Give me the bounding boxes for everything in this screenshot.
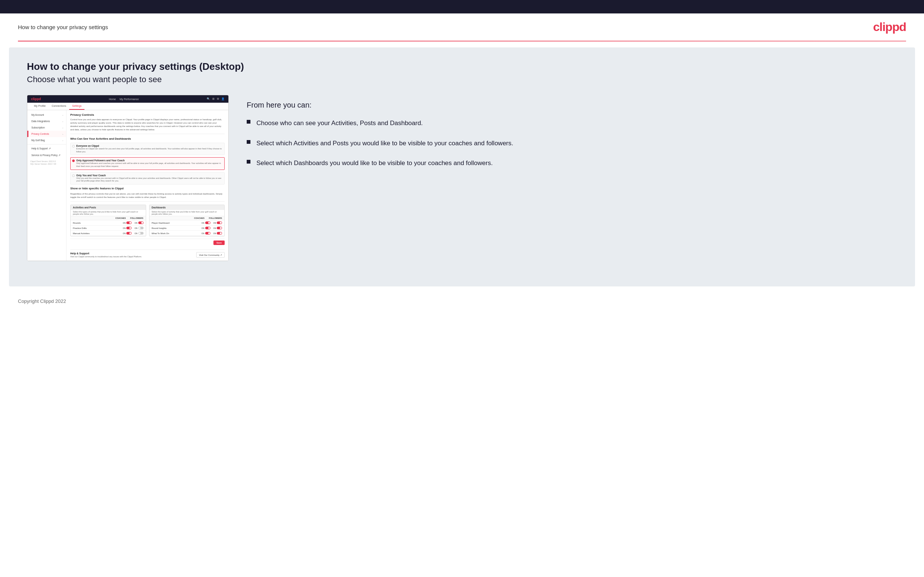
playerdash-coach-pill[interactable] [205, 221, 210, 224]
sidebar-item-subscription[interactable]: Subscription › [27, 124, 66, 131]
sidebar-item-label: My Golf Bag [31, 139, 45, 142]
radio-group: Everyone on Clippd Everyone on Clippd ca… [70, 143, 225, 184]
rounds-coach-toggle[interactable]: ON [123, 221, 132, 224]
manual-coach-toggle[interactable]: ON [123, 232, 132, 235]
user-icon: 👤 [221, 97, 225, 100]
practice-label: Practice Drills [73, 227, 87, 229]
sidebar-item-privacycontrols[interactable]: Privacy Controls › [27, 131, 66, 137]
playerdash-controls: ON ON [202, 221, 222, 224]
playerdash-coach-toggle[interactable]: ON [202, 221, 210, 224]
activities-panel: Activities and Posts Select the types of… [70, 205, 146, 236]
practice-follower-toggle[interactable]: ON [134, 227, 144, 229]
on-label: ON [213, 222, 216, 224]
on-label: ON [202, 232, 204, 235]
whattoworkon-follower-toggle[interactable]: ON [213, 232, 222, 235]
bullet-text-3: Select which Dashboards you would like t… [257, 158, 493, 168]
playerdash-follower-toggle[interactable]: ON [213, 221, 222, 224]
on-label: ON [123, 232, 126, 235]
whattoworkon-follower-pill[interactable] [217, 232, 222, 235]
mock-body: My Account › Data Integrations › Subscri… [27, 110, 228, 261]
grid-icon: ⊞ [212, 97, 215, 100]
bullet-text-1: Choose who can see your Activities, Post… [257, 118, 423, 128]
bullet-square-2 [247, 140, 250, 144]
visit-community-button[interactable]: Visit Our Community ↗ [196, 252, 225, 258]
bullet-square-1 [247, 120, 250, 124]
coaches-col-label: COACHES [115, 217, 126, 219]
dashboards-cols: COACHES FOLLOWERS [150, 216, 225, 220]
radio-coachonly[interactable]: Only You and Your Coach Only you and the… [70, 172, 225, 184]
roundinsights-follower-pill[interactable] [217, 227, 222, 229]
sidebar-item-label: Help & Support ↗ [31, 147, 51, 150]
coaches-col-label: COACHES [194, 217, 204, 219]
activities-header: Activities and Posts [71, 205, 146, 210]
tab-connections[interactable]: Connections [48, 103, 69, 110]
chevron-icon: › [62, 139, 63, 142]
rounds-follower-toggle[interactable]: ON [134, 221, 144, 224]
sidebar-item-dataintegrations[interactable]: Data Integrations › [27, 118, 66, 124]
rounds-label: Rounds [73, 222, 81, 224]
whattoworkon-coach-pill[interactable] [205, 232, 210, 235]
manual-follower-toggle[interactable]: ON [134, 232, 144, 235]
mock-nav-home: Home [109, 98, 116, 100]
manual-coach-pill[interactable] [126, 232, 132, 235]
radio-followers[interactable]: Only Approved Followers and Your Coach O… [70, 157, 225, 169]
roundinsights-coach-pill[interactable] [205, 227, 210, 229]
search-icon: 🔍 [207, 97, 210, 100]
on-label: ON [123, 227, 126, 229]
on-label: ON [202, 227, 204, 229]
tab-settings[interactable]: Settings [69, 103, 84, 110]
bullet-square-3 [247, 160, 250, 164]
chevron-icon: › [62, 120, 63, 122]
bullet-text-2: Select which Activities and Posts you wo… [257, 139, 513, 148]
rounds-follower-pill[interactable] [138, 221, 144, 224]
manual-label: Manual Activities [73, 232, 90, 235]
practice-coach-toggle[interactable]: ON [123, 227, 132, 229]
rounds-coach-pill[interactable] [126, 221, 132, 224]
practice-follower-pill[interactable] [138, 227, 144, 229]
radio-dot-coachonly [72, 174, 75, 177]
two-col-layout: clippd Home My Performance 🔍 ⊞ ⚙ 👤 My Pr… [27, 95, 897, 261]
dashboards-desc: Select the types of activity that you'd … [150, 210, 225, 216]
on-label: ON [213, 232, 216, 235]
roundinsights-follower-toggle[interactable]: ON [213, 227, 222, 229]
activities-cols: COACHES FOLLOWERS [71, 216, 146, 220]
mock-sidebar: My Account › Data Integrations › Subscri… [27, 110, 66, 261]
mock-main: Privacy Controls Control how you and you… [66, 110, 228, 261]
sidebar-item-mygolfbag[interactable]: My Golf Bag › [27, 137, 66, 143]
help-title: Help & Support [70, 252, 142, 255]
followers-col-label: FOLLOWERS [130, 217, 143, 219]
sidebar-item-label: My Account [31, 114, 44, 116]
help-desc: Visit our Clippd community to troublesho… [70, 255, 142, 258]
bullet-list: Choose who can see your Activities, Post… [247, 118, 897, 168]
mock-nav-icons: 🔍 ⊞ ⚙ 👤 [207, 97, 225, 100]
roundinsights-coach-toggle[interactable]: ON [202, 227, 210, 229]
mock-nav-links: Home My Performance [109, 98, 139, 100]
tab-myprofile[interactable]: My Profile [31, 103, 48, 110]
bullet-item-2: Select which Activities and Posts you wo… [247, 139, 897, 148]
toggle-section: Activities and Posts Select the types of… [70, 205, 225, 236]
who-can-see-title: Who Can See Your Activities and Dashboar… [70, 137, 225, 140]
sidebar-item-myaccount[interactable]: My Account › [27, 112, 66, 118]
practice-coach-pill[interactable] [126, 227, 132, 229]
show-hide-title: Show or hide specific features in Clippd [70, 187, 225, 190]
playerdash-follower-pill[interactable] [217, 221, 222, 224]
header: How to change your privacy settings clip… [0, 13, 924, 41]
footer: Copyright Clippd 2022 [0, 292, 924, 310]
save-button[interactable]: Save [213, 240, 225, 245]
radio-content-followers: Only Approved Followers and Your Coach O… [76, 159, 223, 168]
sidebar-item-label: Service & Privacy Policy ↗ [31, 154, 61, 157]
toggle-row-rounds: Rounds ON ON [71, 220, 146, 226]
whattoworkon-coach-toggle[interactable]: ON [202, 232, 210, 235]
radio-content-coachonly: Only You and Your Coach Only you and the… [76, 174, 223, 183]
radio-everyone[interactable]: Everyone on Clippd Everyone on Clippd ca… [70, 143, 225, 155]
sidebar-item-privacypolicy[interactable]: Service & Privacy Policy ↗ [27, 152, 66, 159]
screenshot-mock: clippd Home My Performance 🔍 ⊞ ⚙ 👤 My Pr… [27, 95, 229, 261]
roundinsights-controls: ON ON [202, 227, 222, 229]
manual-follower-pill[interactable] [138, 232, 144, 235]
chevron-icon: › [62, 127, 63, 129]
sidebar-item-helpsupport[interactable]: Help & Support ↗ [27, 145, 66, 152]
radio-content-everyone: Everyone on Clippd Everyone on Clippd ca… [76, 145, 223, 153]
toggle-row-practice: Practice Drills ON ON [71, 226, 146, 231]
bullet-item-3: Select which Dashboards you would like t… [247, 158, 897, 168]
sidebar-version: Clippd Client Version: 2022.8.2SQL Serve… [27, 159, 66, 167]
